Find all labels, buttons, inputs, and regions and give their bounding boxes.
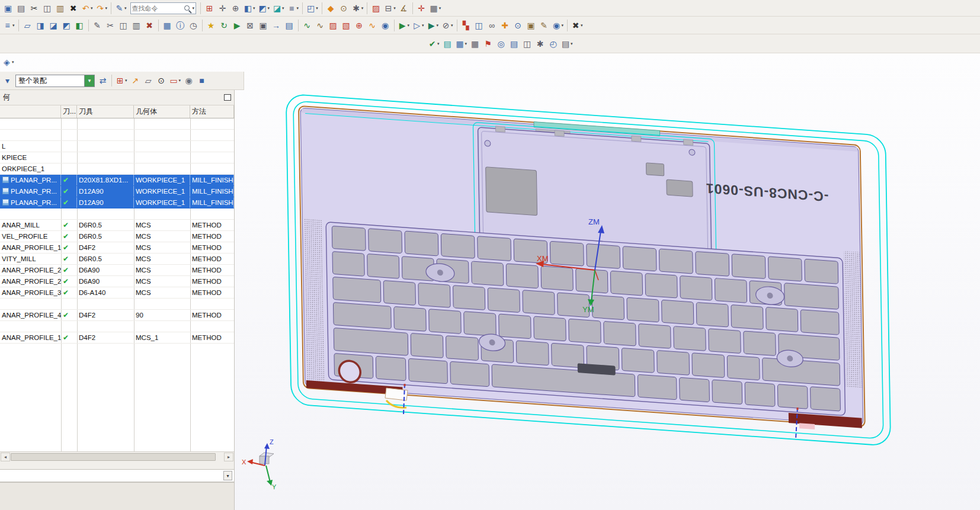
dependencies-panel[interactable]: ▾ [0, 469, 234, 482]
print-icon[interactable]: ▤ [15, 1, 27, 15]
dropdown-arrow-icon[interactable]: ▾ [451, 23, 453, 28]
navigator-row-orkpiece-1[interactable]: ORKPIECE_1 [0, 163, 234, 175]
sketch-curve-icon[interactable]: ✎▾ [114, 1, 128, 15]
navigator-row-planar-pr-[interactable]: PLANAR_PR...✔D12A90WORKPIECE_1MILL_FINIS… [0, 197, 234, 209]
options-icon[interactable]: ▤▾ [560, 37, 574, 51]
assembly-constraints-icon[interactable]: ✱▾ [351, 1, 365, 15]
selection-scope-combo[interactable]: 整个装配 ▾ [15, 75, 95, 87]
postprocess-icon[interactable]: → [270, 18, 283, 33]
dropdown-arrow-icon[interactable]: ▾ [465, 41, 467, 46]
zoom-icon[interactable]: ⊕ [229, 1, 242, 15]
dropdown-arrow-icon[interactable]: ▾ [124, 6, 127, 11]
verify-all-icon[interactable]: ✔▾ [427, 37, 441, 51]
general-filter-icon[interactable]: ◉ [182, 73, 195, 88]
navigator-row-anar-profile-4[interactable]: ANAR_PROFILE_4✔D4F290METHOD [0, 310, 234, 321]
column-header-name[interactable] [0, 105, 61, 118]
navigator-row-anar-profile-3[interactable]: ANAR_PROFILE_3✔D6-A140MCSMETHOD [0, 287, 234, 299]
cut-object-icon[interactable]: ✂ [104, 18, 117, 33]
verify-toolpath-icon[interactable]: ▶ [231, 18, 244, 33]
dropdown-arrow-icon[interactable]: ▾ [437, 23, 439, 28]
turning-tool-icon[interactable]: ⊘▾ [440, 18, 454, 33]
navigator-row[interactable] [0, 118, 234, 130]
navigator-row-vity-mill[interactable]: VITY_MILL✔D6R0.5MCSMETHOD [0, 254, 234, 265]
rectangle-select-icon[interactable]: ▭▾ [168, 73, 182, 88]
combo-dropdown-icon[interactable]: ▾ [84, 75, 94, 86]
navigator-row-anar-profile-1[interactable]: ANAR_PROFILE_1✔D4F2MCSMETHOD [0, 242, 234, 254]
dropdown-arrow-icon[interactable]: ▾ [562, 23, 564, 28]
spline-curve-icon[interactable]: ∿ [366, 18, 379, 33]
dropdown-arrow-icon[interactable]: ▾ [179, 78, 181, 83]
compare-icon[interactable]: ∞ [486, 18, 498, 33]
feeds-speeds-icon[interactable]: ◉ [379, 18, 392, 33]
replay-toolpath-icon[interactable]: ↻ [218, 18, 230, 33]
column-header-tool[interactable]: 刀具 [77, 105, 134, 118]
dropdown-arrow-icon[interactable]: ▾ [253, 6, 255, 11]
dropdown-arrow-icon[interactable]: ▾ [439, 6, 441, 11]
section-curves-icon[interactable]: ▨ [327, 18, 340, 33]
stamp-icon[interactable]: ▣ [525, 18, 537, 33]
dropdown-arrow-icon[interactable]: ▾ [193, 6, 195, 11]
navigator-row-anar-mill[interactable]: ANAR_MILL✔D6R0.5MCSMETHOD [0, 220, 234, 231]
save-icon[interactable]: ▣ [2, 1, 14, 15]
copy-display-icon[interactable]: ◫ [521, 37, 533, 51]
panel-options-icon[interactable]: ◈▾ [1, 55, 15, 69]
edit-display-icon[interactable]: ▤ [441, 37, 454, 51]
information-icon[interactable]: ▤ [508, 37, 520, 51]
copy-icon[interactable]: ◫ [41, 1, 53, 15]
navigator-row-l[interactable]: L [0, 141, 234, 152]
menu-icon[interactable]: ≡▾ [2, 18, 16, 33]
gouge-check-icon[interactable]: ⊠ [244, 18, 257, 33]
magnifier-icon[interactable] [184, 5, 190, 11]
history-icon[interactable]: ◴ [547, 37, 559, 51]
datum-plane-icon[interactable]: ⊟▾ [383, 1, 397, 15]
worksheet-icon[interactable]: ▦ [469, 37, 481, 51]
find-command-input[interactable] [132, 5, 183, 12]
find-object-icon[interactable]: ⊙ [512, 18, 524, 33]
panel-splitter[interactable] [0, 461, 234, 469]
shop-documentation-icon[interactable]: ▤ [283, 18, 296, 33]
move-rotate-icon[interactable]: ◆ [325, 1, 337, 15]
isometric-view-icon[interactable]: ◩▾ [257, 1, 271, 15]
dropdown-arrow-icon[interactable]: ▾ [581, 23, 583, 28]
create-method-icon[interactable]: ◩ [60, 18, 73, 33]
dropdown-arrow-icon[interactable]: ▾ [282, 6, 284, 11]
scroll-right-icon[interactable]: ▸ [224, 453, 233, 461]
find-in-navigator-icon[interactable]: ◎ [495, 37, 507, 51]
plane-constructor-icon[interactable]: ▱ [142, 73, 155, 88]
navigator-row[interactable] [0, 130, 234, 141]
dropdown-arrow-icon[interactable]: ▾ [422, 23, 424, 28]
dropdown-arrow-icon[interactable]: ▾ [408, 23, 410, 28]
wcs-display-icon[interactable]: ✛ [415, 1, 428, 15]
dropdown-arrow-icon[interactable]: ▾ [437, 41, 440, 46]
flag-icon[interactable]: ⚑ [482, 37, 494, 51]
navigator-row-planar-pr-[interactable]: PLANAR_PR...✔D20X81.8XD1...WORKPIECE_1MI… [0, 175, 234, 186]
trimetric-view-icon[interactable]: ◪▾ [271, 1, 286, 15]
horizontal-scrollbar[interactable]: ◂ ▸ [0, 451, 234, 461]
dropdown-arrow-icon[interactable]: ▾ [393, 6, 396, 11]
point-constructor-icon[interactable]: ⊞▾ [114, 73, 129, 88]
dropdown-arrow-icon[interactable]: ▾ [91, 6, 93, 11]
dropdown-arrow-icon[interactable]: ▾ [125, 78, 127, 83]
tool-axis-icon[interactable]: ∿ [301, 18, 313, 33]
paste-object-icon[interactable]: ▥ [130, 18, 143, 33]
navigator-row-anar-profile-1-[interactable]: ANAR_PROFILE_1...✔D4F2MCS_1METHOD [0, 332, 234, 344]
toolpath-report-icon[interactable]: ▚ [460, 18, 472, 33]
fit-view-icon[interactable]: ⊞ [203, 1, 216, 15]
navigator-row[interactable] [0, 209, 234, 220]
vector-constructor-icon[interactable]: ↗ [129, 73, 142, 88]
dropdown-arrow-icon[interactable]: ▾ [12, 60, 14, 65]
close-icon[interactable]: ✖▾ [570, 18, 584, 33]
scrollbar-thumb[interactable] [11, 453, 216, 461]
navigator-row-anar-profile-2-[interactable]: ANAR_PROFILE_2...✔D6A90MCSMETHOD [0, 276, 234, 287]
window-icon[interactable]: ◰▾ [305, 1, 319, 15]
edit-object-icon[interactable]: ✎ [91, 18, 104, 33]
shaded-display-icon[interactable]: ■▾ [286, 1, 300, 15]
reset-filter-icon[interactable]: ⇄ [97, 73, 109, 88]
redo-icon[interactable]: ↷▾ [95, 1, 109, 15]
copy-object-icon[interactable]: ◫ [117, 18, 130, 33]
selection-bar-options-icon[interactable]: ▾ [1, 73, 14, 88]
create-operation-icon[interactable]: ◧ [73, 18, 86, 33]
navigator-row-vel-profile[interactable]: VEL_PROFILE✔D6R0.5MCSMETHOD [0, 231, 234, 242]
column-header-toolpath[interactable]: 刀... [61, 105, 77, 118]
point-target-icon[interactable]: ⊕ [353, 18, 366, 33]
